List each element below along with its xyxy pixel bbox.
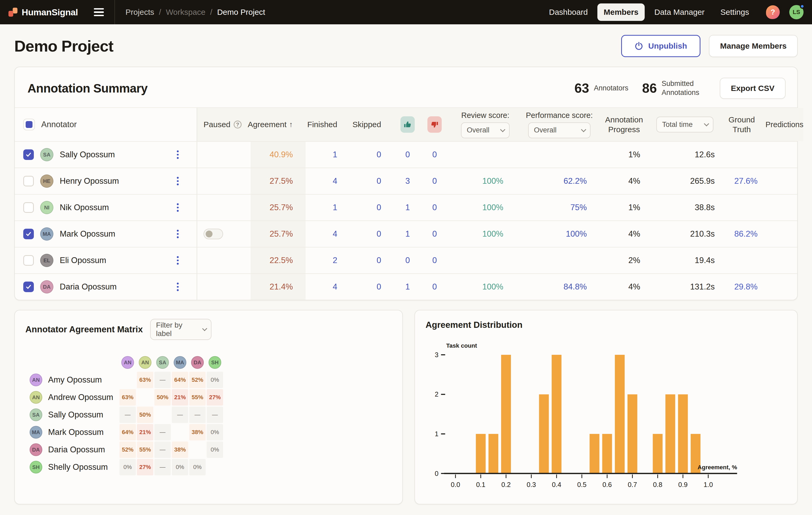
ground-truth-cell [718,142,765,168]
agreement-cell: 25.7% [251,221,306,247]
annotator-name: Mark Opossum [60,229,115,239]
paused-help-icon[interactable]: ? [234,120,241,128]
select-all-checkbox[interactable] [23,119,35,130]
bar-0.4 [552,355,561,474]
matrix-cell: — [154,459,171,475]
col-annotator[interactable]: Annotator [41,120,77,129]
ground-truth-cell [718,248,765,274]
predictions-cell [765,142,797,168]
review-score-cell: 100% [448,195,522,221]
matrix-cell: 27% [137,459,153,475]
nav-settings[interactable]: Settings [714,3,755,21]
paused-cell [197,168,251,194]
total-time-cell: 131.2s [652,274,718,300]
matrix-row-name: Sally Opossum [48,410,103,420]
hamburger-menu-icon[interactable] [92,5,106,19]
matrix-row-name: Andrew Opossum [48,393,113,402]
breadcrumb-projects[interactable]: Projects [125,8,154,17]
row-checkbox[interactable] [23,229,34,239]
review-score-cell: 100% [448,221,522,247]
matrix-title: Annotator Agreement Matrix [25,324,143,335]
manage-members-button[interactable]: Manage Members [709,35,798,57]
nav-data-manager[interactable]: Data Manager [648,3,711,21]
row-checkbox[interactable] [23,202,34,213]
paused-cell [197,221,251,247]
annotator-cell: MAMark Opossum [15,221,197,247]
review-score-cell: 100% [448,168,522,194]
rejected-cell: 0 [421,221,448,247]
total-time-cell: 19.4s [652,248,718,274]
filter-by-label-select[interactable]: Filter by label [150,319,211,340]
bar-0.15 [489,434,498,474]
matrix-cell: 64% [172,372,188,388]
avatar: DA [191,356,204,369]
matrix-cell: 38% [172,441,188,458]
finished-cell: 4 [306,274,350,300]
row-menu-kebab[interactable] [175,175,181,188]
row-checkbox[interactable] [23,176,34,187]
row-menu-kebab[interactable] [175,254,181,267]
bar-0.35 [539,395,549,474]
row-menu-kebab[interactable] [175,201,181,214]
rejected-cell: 0 [421,248,448,274]
col-agreement[interactable]: Agreement ↑ [251,108,306,141]
annotators-count: 63 [574,81,589,96]
col-finished[interactable]: Finished [306,108,350,141]
help-icon[interactable]: ? [766,5,780,19]
row-checkbox[interactable] [23,282,34,292]
col-skipped[interactable]: Skipped [350,108,395,141]
accepted-cell: 1 [395,221,421,247]
progress-cell: 2% [596,248,652,274]
export-csv-button[interactable]: Export CSV [720,78,786,99]
bar-0.1 [476,434,486,474]
agreement-cell: 40.9% [251,142,306,168]
total-time-cell: 210.3s [652,221,718,247]
total-time-select[interactable]: Total time [656,117,714,133]
performance-score-cell: 75% [522,195,596,221]
matrix-cell: 55% [137,441,153,458]
unpublish-button[interactable]: Unpublish [621,35,701,57]
svg-text:0.8: 0.8 [653,481,662,488]
svg-text:0.1: 0.1 [476,481,485,488]
avatar: DA [30,444,42,456]
accepted-cell: 0 [395,248,421,274]
performance-score-cell [522,248,596,274]
svg-text:1: 1 [435,430,438,437]
matrix-cell: 0% [207,424,223,440]
svg-text:Agreement, %: Agreement, % [698,464,737,470]
chevron-down-icon [704,121,709,126]
nav-members[interactable]: Members [598,3,645,21]
finished-cell: 1 [306,142,350,168]
finished-cell: 4 [306,168,350,194]
top-nav: Dashboard Members Data Manager Settings … [543,3,804,21]
manage-members-label: Manage Members [720,41,787,51]
svg-text:0.3: 0.3 [526,481,536,488]
agreement-cell: 22.5% [251,248,306,274]
row-menu-kebab[interactable] [175,228,181,240]
nav-dashboard[interactable]: Dashboard [543,3,594,21]
skipped-cell: 0 [350,221,395,247]
matrix-cell: 52% [119,441,136,458]
matrix-cell: 27% [207,389,223,405]
matrix-cell: 63% [119,389,136,405]
row-checkbox[interactable] [23,255,34,266]
paused-toggle[interactable] [204,229,223,239]
row-checkbox[interactable] [23,149,34,160]
brand-logo[interactable]: HumanSignal [8,7,78,18]
agreement-cell: 27.5% [251,168,306,194]
performance-score-select[interactable]: Overall [528,122,590,138]
user-avatar[interactable]: LS [789,5,804,19]
row-menu-kebab[interactable] [175,148,181,161]
review-score-select[interactable]: Overall [461,122,510,138]
progress-cell: 1% [596,142,652,168]
bar-0.55 [590,434,600,474]
row-menu-kebab[interactable] [175,281,181,293]
matrix-cell [172,424,188,440]
chart-svg: 01230.00.10.20.30.40.50.60.70.80.91.0Tas… [426,334,787,494]
finished-cell: 1 [306,195,350,221]
matrix-cell: — [154,424,171,440]
annotation-summary-card: Annotation Summary 63 Annotators 86 Subm… [14,67,798,300]
chevron-down-icon [581,127,586,132]
breadcrumb-workspace[interactable]: Workspace [166,8,206,17]
matrix-header-row: ANANSAMADASH [25,354,392,371]
